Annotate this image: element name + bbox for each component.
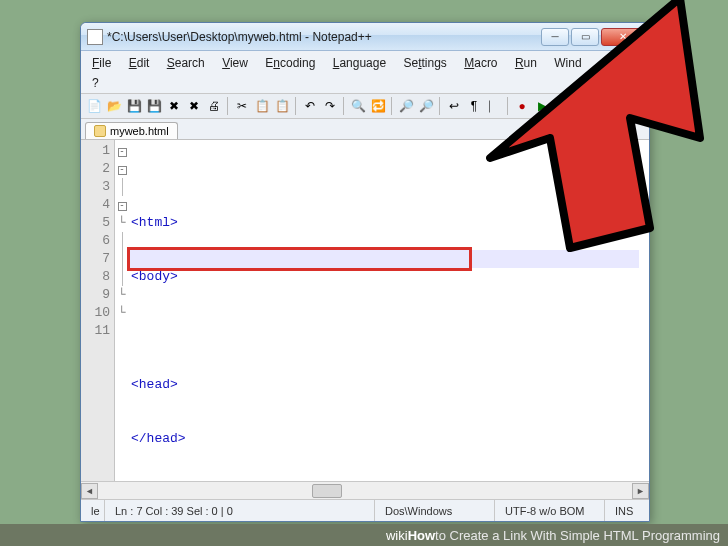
menu-settings[interactable]: Settings <box>396 53 453 73</box>
status-eol: Dos\Windows <box>375 500 495 521</box>
current-line-highlight <box>129 250 639 268</box>
menu-macro[interactable]: Macro <box>457 53 504 73</box>
statusbar: le Ln : 7 Col : 39 Sel : 0 | 0 Dos\Windo… <box>81 499 649 521</box>
menu-view[interactable]: View <box>215 53 255 73</box>
play-macro-icon[interactable]: ▶ <box>533 97 551 115</box>
menu-search[interactable]: Search <box>160 53 212 73</box>
menu-window[interactable]: Wind <box>547 53 588 73</box>
close-button[interactable]: ✕ <box>601 28 645 46</box>
menu-file[interactable]: File <box>85 53 118 73</box>
toolbar-separator <box>507 97 509 115</box>
toolbar-separator <box>227 97 229 115</box>
save-all-icon[interactable]: 💾 <box>145 97 163 115</box>
status-encoding: UTF-8 w/o BOM <box>495 500 605 521</box>
notepadpp-window: *C:\Users\User\Desktop\myweb.html - Note… <box>80 22 650 522</box>
new-file-icon[interactable]: 📄 <box>85 97 103 115</box>
find-icon[interactable]: 🔍 <box>349 97 367 115</box>
save-icon[interactable]: 💾 <box>125 97 143 115</box>
scroll-track[interactable] <box>98 483 632 499</box>
file-icon <box>94 125 106 137</box>
toolbar-separator <box>343 97 345 115</box>
fold-gutter: - - - └ └ └ <box>115 140 129 481</box>
window-title: *C:\Users\User\Desktop\myweb.html - Note… <box>107 30 541 44</box>
scroll-left-arrow[interactable]: ◄ <box>81 483 98 499</box>
menu-run[interactable]: Run <box>508 53 544 73</box>
undo-icon[interactable]: ↶ <box>301 97 319 115</box>
editor[interactable]: 123 456 789 1011 - - - └ └ └ <html> <bod… <box>81 140 649 481</box>
close-file-icon[interactable]: ✖ <box>165 97 183 115</box>
toolbar: 📄 📂 💾 💾 ✖ ✖ 🖨 ✂ 📋 📋 ↶ ↷ 🔍 🔁 🔎 🔎 ↩ ¶ ⎸ ● … <box>81 94 649 119</box>
caption-text: to Create a Link With Simple HTML Progra… <box>435 528 720 543</box>
record-macro-icon[interactable]: ● <box>513 97 531 115</box>
tabbar: myweb.html <box>81 119 649 140</box>
titlebar[interactable]: *C:\Users\User\Desktop\myweb.html - Note… <box>81 23 649 51</box>
menu-edit[interactable]: Edit <box>122 53 157 73</box>
line-number-gutter: 123 456 789 1011 <box>81 140 115 481</box>
toolbar-separator <box>439 97 441 115</box>
zoom-in-icon[interactable]: 🔎 <box>397 97 415 115</box>
status-insert-mode: INS <box>605 500 649 521</box>
maximize-button[interactable]: ▭ <box>571 28 599 46</box>
status-length: le <box>81 500 105 521</box>
menubar: File Edit Search View Encoding Language … <box>81 51 649 94</box>
indent-guide-icon[interactable]: ⎸ <box>485 97 503 115</box>
redo-icon[interactable]: ↷ <box>321 97 339 115</box>
wordwrap-icon[interactable]: ↩ <box>445 97 463 115</box>
copy-icon[interactable]: 📋 <box>253 97 271 115</box>
toolbar-separator <box>391 97 393 115</box>
code-area[interactable]: <html> <body> <head> </head> <a href="..… <box>129 140 649 481</box>
horizontal-scrollbar[interactable]: ◄ ► <box>81 481 649 499</box>
caption-brand: wikiHow <box>386 528 435 543</box>
paste-icon[interactable]: 📋 <box>273 97 291 115</box>
menu-encoding[interactable]: Encoding <box>258 53 322 73</box>
tab-myweb[interactable]: myweb.html <box>85 122 178 139</box>
tab-label: myweb.html <box>110 125 169 137</box>
menu-language[interactable]: Language <box>326 53 393 73</box>
close-all-icon[interactable]: ✖ <box>185 97 203 115</box>
caption-bar: wikiHow to Create a Link With Simple HTM… <box>0 524 728 546</box>
zoom-out-icon[interactable]: 🔎 <box>417 97 435 115</box>
status-position: Ln : 7 Col : 39 Sel : 0 | 0 <box>105 500 375 521</box>
toolbar-separator <box>295 97 297 115</box>
replace-icon[interactable]: 🔁 <box>369 97 387 115</box>
cut-icon[interactable]: ✂ <box>233 97 251 115</box>
app-icon <box>87 29 103 45</box>
print-icon[interactable]: 🖨 <box>205 97 223 115</box>
scroll-right-arrow[interactable]: ► <box>632 483 649 499</box>
menu-help[interactable]: ? <box>85 73 106 93</box>
show-all-chars-icon[interactable]: ¶ <box>465 97 483 115</box>
scroll-thumb[interactable] <box>312 484 342 498</box>
minimize-button[interactable]: ─ <box>541 28 569 46</box>
window-controls: ─ ▭ ✕ <box>541 28 645 46</box>
open-file-icon[interactable]: 📂 <box>105 97 123 115</box>
